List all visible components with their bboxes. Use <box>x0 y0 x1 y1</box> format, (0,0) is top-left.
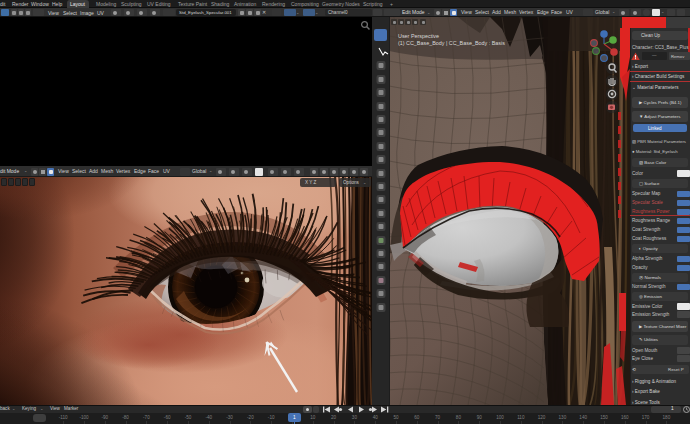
svg-text:User Perspective: User Perspective <box>398 33 439 39</box>
svg-text:(1) CC_Base_Body | CC_Base_Bod: (1) CC_Base_Body | CC_Base_Body : Basis <box>398 40 505 46</box>
